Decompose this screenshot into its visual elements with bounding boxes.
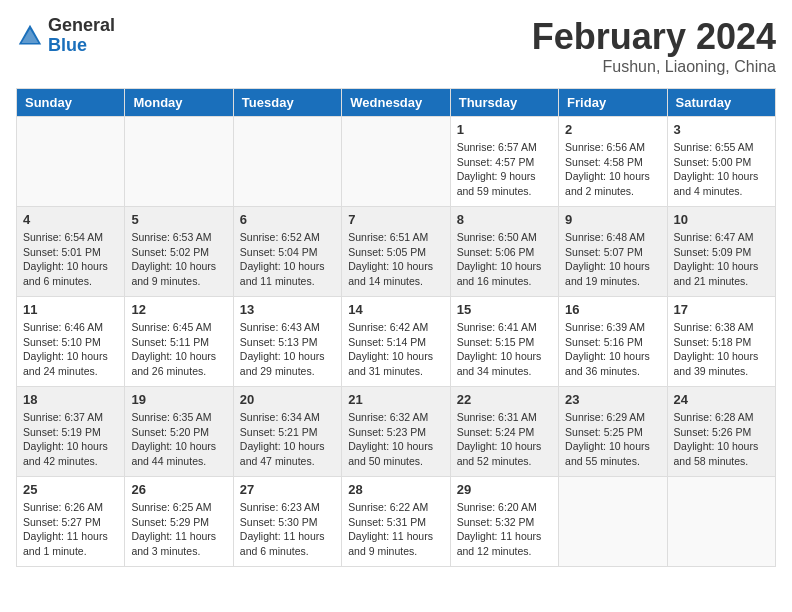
day-number: 20 — [240, 392, 335, 407]
day-number: 25 — [23, 482, 118, 497]
col-header-tuesday: Tuesday — [233, 89, 341, 117]
table-row: 1Sunrise: 6:57 AM Sunset: 4:57 PM Daylig… — [450, 117, 558, 207]
page-header: General Blue February 2024 Fushun, Liaon… — [16, 16, 776, 76]
day-number: 9 — [565, 212, 660, 227]
day-info: Sunrise: 6:54 AM Sunset: 5:01 PM Dayligh… — [23, 230, 118, 289]
table-row: 3Sunrise: 6:55 AM Sunset: 5:00 PM Daylig… — [667, 117, 775, 207]
table-row: 15Sunrise: 6:41 AM Sunset: 5:15 PM Dayli… — [450, 297, 558, 387]
table-row: 17Sunrise: 6:38 AM Sunset: 5:18 PM Dayli… — [667, 297, 775, 387]
day-number: 26 — [131, 482, 226, 497]
day-number: 16 — [565, 302, 660, 317]
day-number: 14 — [348, 302, 443, 317]
logo-blue-text: Blue — [48, 36, 115, 56]
table-row: 12Sunrise: 6:45 AM Sunset: 5:11 PM Dayli… — [125, 297, 233, 387]
day-number: 11 — [23, 302, 118, 317]
table-row: 19Sunrise: 6:35 AM Sunset: 5:20 PM Dayli… — [125, 387, 233, 477]
table-row: 8Sunrise: 6:50 AM Sunset: 5:06 PM Daylig… — [450, 207, 558, 297]
day-number: 23 — [565, 392, 660, 407]
day-info: Sunrise: 6:41 AM Sunset: 5:15 PM Dayligh… — [457, 320, 552, 379]
day-info: Sunrise: 6:22 AM Sunset: 5:31 PM Dayligh… — [348, 500, 443, 559]
day-number: 12 — [131, 302, 226, 317]
day-info: Sunrise: 6:20 AM Sunset: 5:32 PM Dayligh… — [457, 500, 552, 559]
logo-icon — [16, 22, 44, 50]
table-row: 4Sunrise: 6:54 AM Sunset: 5:01 PM Daylig… — [17, 207, 125, 297]
day-number: 24 — [674, 392, 769, 407]
table-row: 13Sunrise: 6:43 AM Sunset: 5:13 PM Dayli… — [233, 297, 341, 387]
day-number: 8 — [457, 212, 552, 227]
day-number: 5 — [131, 212, 226, 227]
calendar-week-row: 4Sunrise: 6:54 AM Sunset: 5:01 PM Daylig… — [17, 207, 776, 297]
calendar-week-row: 11Sunrise: 6:46 AM Sunset: 5:10 PM Dayli… — [17, 297, 776, 387]
col-header-monday: Monday — [125, 89, 233, 117]
day-number: 18 — [23, 392, 118, 407]
day-info: Sunrise: 6:50 AM Sunset: 5:06 PM Dayligh… — [457, 230, 552, 289]
table-row — [342, 117, 450, 207]
day-number: 10 — [674, 212, 769, 227]
table-row: 5Sunrise: 6:53 AM Sunset: 5:02 PM Daylig… — [125, 207, 233, 297]
calendar-header-row: Sunday Monday Tuesday Wednesday Thursday… — [17, 89, 776, 117]
day-info: Sunrise: 6:25 AM Sunset: 5:29 PM Dayligh… — [131, 500, 226, 559]
day-info: Sunrise: 6:29 AM Sunset: 5:25 PM Dayligh… — [565, 410, 660, 469]
day-number: 15 — [457, 302, 552, 317]
table-row — [125, 117, 233, 207]
month-title: February 2024 — [532, 16, 776, 58]
day-info: Sunrise: 6:47 AM Sunset: 5:09 PM Dayligh… — [674, 230, 769, 289]
day-number: 3 — [674, 122, 769, 137]
day-number: 19 — [131, 392, 226, 407]
table-row: 2Sunrise: 6:56 AM Sunset: 4:58 PM Daylig… — [559, 117, 667, 207]
day-info: Sunrise: 6:57 AM Sunset: 4:57 PM Dayligh… — [457, 140, 552, 199]
table-row: 14Sunrise: 6:42 AM Sunset: 5:14 PM Dayli… — [342, 297, 450, 387]
title-block: February 2024 Fushun, Liaoning, China — [532, 16, 776, 76]
calendar-week-row: 1Sunrise: 6:57 AM Sunset: 4:57 PM Daylig… — [17, 117, 776, 207]
day-info: Sunrise: 6:55 AM Sunset: 5:00 PM Dayligh… — [674, 140, 769, 199]
calendar-week-row: 18Sunrise: 6:37 AM Sunset: 5:19 PM Dayli… — [17, 387, 776, 477]
day-info: Sunrise: 6:31 AM Sunset: 5:24 PM Dayligh… — [457, 410, 552, 469]
calendar-table: Sunday Monday Tuesday Wednesday Thursday… — [16, 88, 776, 567]
day-info: Sunrise: 6:38 AM Sunset: 5:18 PM Dayligh… — [674, 320, 769, 379]
table-row: 23Sunrise: 6:29 AM Sunset: 5:25 PM Dayli… — [559, 387, 667, 477]
day-info: Sunrise: 6:32 AM Sunset: 5:23 PM Dayligh… — [348, 410, 443, 469]
day-info: Sunrise: 6:23 AM Sunset: 5:30 PM Dayligh… — [240, 500, 335, 559]
table-row: 28Sunrise: 6:22 AM Sunset: 5:31 PM Dayli… — [342, 477, 450, 567]
day-info: Sunrise: 6:35 AM Sunset: 5:20 PM Dayligh… — [131, 410, 226, 469]
day-info: Sunrise: 6:26 AM Sunset: 5:27 PM Dayligh… — [23, 500, 118, 559]
day-number: 7 — [348, 212, 443, 227]
table-row — [233, 117, 341, 207]
location-title: Fushun, Liaoning, China — [532, 58, 776, 76]
day-number: 22 — [457, 392, 552, 407]
day-info: Sunrise: 6:48 AM Sunset: 5:07 PM Dayligh… — [565, 230, 660, 289]
table-row: 11Sunrise: 6:46 AM Sunset: 5:10 PM Dayli… — [17, 297, 125, 387]
table-row: 24Sunrise: 6:28 AM Sunset: 5:26 PM Dayli… — [667, 387, 775, 477]
table-row: 22Sunrise: 6:31 AM Sunset: 5:24 PM Dayli… — [450, 387, 558, 477]
day-info: Sunrise: 6:34 AM Sunset: 5:21 PM Dayligh… — [240, 410, 335, 469]
col-header-sunday: Sunday — [17, 89, 125, 117]
day-info: Sunrise: 6:37 AM Sunset: 5:19 PM Dayligh… — [23, 410, 118, 469]
day-number: 21 — [348, 392, 443, 407]
logo: General Blue — [16, 16, 115, 56]
day-info: Sunrise: 6:39 AM Sunset: 5:16 PM Dayligh… — [565, 320, 660, 379]
table-row — [667, 477, 775, 567]
day-number: 13 — [240, 302, 335, 317]
day-info: Sunrise: 6:28 AM Sunset: 5:26 PM Dayligh… — [674, 410, 769, 469]
day-number: 28 — [348, 482, 443, 497]
day-number: 29 — [457, 482, 552, 497]
table-row: 6Sunrise: 6:52 AM Sunset: 5:04 PM Daylig… — [233, 207, 341, 297]
day-number: 2 — [565, 122, 660, 137]
day-number: 1 — [457, 122, 552, 137]
table-row — [559, 477, 667, 567]
table-row: 16Sunrise: 6:39 AM Sunset: 5:16 PM Dayli… — [559, 297, 667, 387]
table-row: 25Sunrise: 6:26 AM Sunset: 5:27 PM Dayli… — [17, 477, 125, 567]
day-info: Sunrise: 6:51 AM Sunset: 5:05 PM Dayligh… — [348, 230, 443, 289]
table-row: 27Sunrise: 6:23 AM Sunset: 5:30 PM Dayli… — [233, 477, 341, 567]
col-header-thursday: Thursday — [450, 89, 558, 117]
table-row: 9Sunrise: 6:48 AM Sunset: 5:07 PM Daylig… — [559, 207, 667, 297]
col-header-friday: Friday — [559, 89, 667, 117]
table-row: 10Sunrise: 6:47 AM Sunset: 5:09 PM Dayli… — [667, 207, 775, 297]
logo-general-text: General — [48, 16, 115, 36]
table-row: 26Sunrise: 6:25 AM Sunset: 5:29 PM Dayli… — [125, 477, 233, 567]
day-info: Sunrise: 6:42 AM Sunset: 5:14 PM Dayligh… — [348, 320, 443, 379]
table-row: 21Sunrise: 6:32 AM Sunset: 5:23 PM Dayli… — [342, 387, 450, 477]
table-row: 18Sunrise: 6:37 AM Sunset: 5:19 PM Dayli… — [17, 387, 125, 477]
col-header-saturday: Saturday — [667, 89, 775, 117]
day-info: Sunrise: 6:45 AM Sunset: 5:11 PM Dayligh… — [131, 320, 226, 379]
